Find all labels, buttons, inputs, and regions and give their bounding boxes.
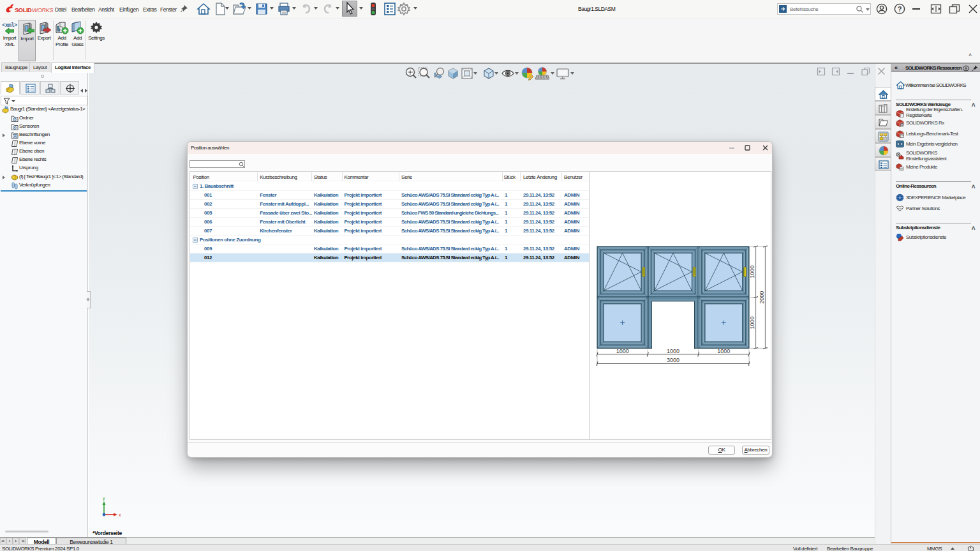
svg-text:SOLID: SOLID: [15, 6, 32, 13]
svg-text:A: A: [13, 134, 16, 138]
svg-text:x: x: [119, 513, 121, 517]
svg-text:1000: 1000: [749, 266, 755, 278]
svg-text:3000: 3000: [667, 357, 679, 363]
svg-text:?: ?: [898, 5, 902, 13]
svg-text:1000: 1000: [667, 348, 679, 354]
svg-text:1000: 1000: [616, 348, 629, 354]
svg-text:y: y: [103, 496, 105, 501]
svg-text:1000: 1000: [717, 348, 730, 354]
svg-text:WORKS: WORKS: [32, 6, 54, 13]
svg-text:1000: 1000: [749, 316, 755, 329]
svg-text:2000: 2000: [759, 291, 765, 304]
